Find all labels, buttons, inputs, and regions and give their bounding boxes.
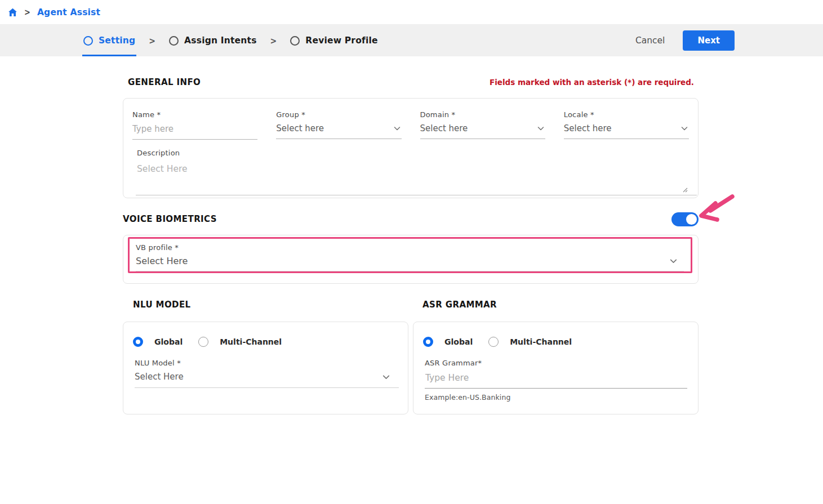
domain-select[interactable]: Select here (420, 119, 545, 139)
group-label: Group * (276, 110, 401, 119)
name-input-underline (132, 119, 257, 140)
voice-biometrics-heading: VOICE BIOMETRICS (123, 214, 217, 224)
home-icon[interactable] (8, 8, 17, 17)
asr-multichannel-label[interactable]: Multi-Channel (510, 337, 572, 346)
required-fields-note: Fields marked with an asterisk (*) are r… (490, 78, 694, 87)
voice-biometrics-card: VB profile * Select Here (123, 235, 699, 284)
locale-select-value: Select here (564, 123, 612, 133)
chevron-down-icon (669, 256, 678, 266)
nlu-model-heading: NLU MODEL (133, 300, 191, 310)
nlu-model-label: NLU Model * (135, 359, 399, 367)
vb-profile-label: VB profile * (136, 243, 684, 252)
nlu-global-label[interactable]: Global (154, 337, 183, 346)
step-setting[interactable]: Setting (82, 25, 136, 56)
step-assign-intents[interactable]: Assign Intents (168, 25, 257, 56)
locale-field: Locale * Select here (564, 110, 689, 140)
breadcrumb: > Agent Assist (0, 0, 823, 25)
locale-select[interactable]: Select here (564, 119, 689, 139)
asr-grammar-example: Example:en-US.Banking (425, 393, 689, 402)
step-circle-icon (290, 36, 300, 46)
chevron-down-icon (680, 124, 689, 133)
step-circle-icon (169, 36, 179, 46)
general-info-fields: Name * Group * Select here Domain * Sele… (132, 110, 689, 140)
description-label: Description (137, 149, 689, 157)
group-select[interactable]: Select here (276, 119, 401, 139)
group-field: Group * Select here (276, 110, 401, 140)
chevron-down-icon (393, 124, 402, 133)
asr-grammar-card: Global Multi-Channel ASR Grammar* Exampl… (413, 322, 699, 414)
locale-label: Locale * (564, 110, 689, 119)
step-separator-icon: > (270, 35, 277, 46)
domain-field: Domain * Select here (420, 110, 545, 140)
nlu-scope-radio-group: Global Multi-Channel (133, 337, 399, 347)
nlu-model-select[interactable]: Select Here (135, 367, 399, 388)
nlu-model-field: NLU Model * Select Here (133, 359, 399, 388)
name-label: Name * (132, 110, 257, 119)
step-review-profile[interactable]: Review Profile (289, 25, 379, 56)
nlu-multichannel-radio[interactable] (198, 337, 208, 347)
next-button[interactable]: Next (683, 30, 735, 51)
asr-scope-radio-group: Global Multi-Channel (423, 337, 689, 347)
chevron-down-icon (381, 372, 391, 382)
breadcrumb-separator-icon: > (24, 7, 30, 17)
group-select-value: Select here (276, 123, 324, 133)
step-label: Setting (99, 35, 135, 46)
asr-grammar-field: ASR Grammar* Example:en-US.Banking (423, 359, 689, 402)
stepper: Setting > Assign Intents > Review Profil… (82, 25, 379, 56)
cancel-button[interactable]: Cancel (635, 35, 665, 46)
resize-grip-icon[interactable] (682, 184, 688, 195)
nlu-model-select-value: Select Here (135, 372, 184, 382)
annotation-arrow-icon (694, 193, 736, 224)
step-label: Review Profile (305, 35, 377, 46)
stepper-bar: Setting > Assign Intents > Review Profil… (0, 25, 823, 56)
asr-global-radio[interactable] (423, 337, 433, 347)
nlu-model-card: Global Multi-Channel NLU Model * Select … (123, 322, 408, 414)
nlu-global-radio[interactable] (133, 337, 143, 347)
stepper-actions: Cancel Next (635, 30, 735, 51)
model-section-headings: NLU MODEL ASR GRAMMAR (123, 299, 699, 310)
toggle-knob (686, 214, 697, 225)
step-circle-icon (83, 36, 93, 46)
asr-grammar-heading: ASR GRAMMAR (422, 300, 497, 310)
general-info-header-row: GENERAL INFO Fields marked with an aster… (123, 77, 699, 87)
vb-profile-select-value: Select Here (136, 256, 188, 266)
description-field: Description (132, 149, 689, 198)
domain-select-value: Select here (420, 123, 468, 133)
main-content: GENERAL INFO Fields marked with an aster… (123, 77, 699, 414)
chevron-down-icon (536, 124, 545, 133)
step-label: Assign Intents (184, 35, 256, 46)
general-info-heading: GENERAL INFO (128, 77, 201, 87)
general-info-card: Name * Group * Select here Domain * Sele… (123, 98, 699, 198)
description-textarea[interactable] (136, 158, 697, 195)
domain-label: Domain * (420, 110, 545, 119)
vb-profile-select[interactable]: Select Here (136, 252, 684, 271)
voice-biometrics-toggle[interactable] (671, 212, 699, 226)
breadcrumb-current[interactable]: Agent Assist (37, 7, 100, 17)
description-textarea-wrap (136, 158, 689, 198)
asr-grammar-label: ASR Grammar* (425, 359, 689, 367)
annotation-highlight-box: VB profile * Select Here (128, 237, 692, 273)
asr-global-label[interactable]: Global (444, 337, 473, 346)
asr-multichannel-radio[interactable] (488, 337, 499, 347)
nlu-multichannel-label[interactable]: Multi-Channel (220, 337, 282, 346)
asr-grammar-input[interactable] (425, 367, 687, 389)
step-separator-icon: > (149, 35, 155, 46)
model-cards-row: Global Multi-Channel NLU Model * Select … (123, 322, 699, 414)
voice-biometrics-header-row: VOICE BIOMETRICS (123, 211, 699, 228)
active-step-underline (82, 55, 136, 56)
name-field: Name * (132, 110, 257, 140)
name-input[interactable] (132, 119, 257, 139)
